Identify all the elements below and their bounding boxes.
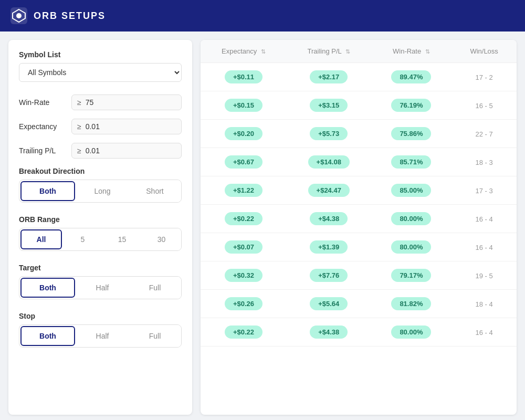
expectancy-label: Expectancy <box>19 122 71 131</box>
win-rate-badge-4: 85.00% <box>391 184 431 197</box>
cell-win-loss-3: 18 - 3 <box>452 148 517 176</box>
breakout-both-button[interactable]: Both <box>20 181 75 201</box>
stop-toggle: Both Half Full <box>19 324 182 348</box>
trailing-pl-badge-3: +$14.08 <box>308 155 350 169</box>
win-rate-badge-2: 75.86% <box>391 127 431 140</box>
symbol-list-dropdown[interactable]: All Symbols <box>19 63 182 82</box>
cell-expectancy-2: +$0.20 <box>201 120 287 148</box>
win-loss-value-4: 17 - 3 <box>476 187 493 195</box>
win-rate-badge-7: 79.17% <box>391 269 431 282</box>
cell-win-loss-9: 16 - 4 <box>452 318 517 346</box>
cell-expectancy-4: +$1.22 <box>201 176 287 205</box>
trailing-pl-input-wrapper: ≥ <box>71 143 182 159</box>
stop-both-button[interactable]: Both <box>20 326 75 346</box>
col-trailing-pl[interactable]: Trailing P/L ⇅ <box>287 40 371 63</box>
orb-all-button[interactable]: All <box>20 229 62 249</box>
target-toggle: Both Half Full <box>19 276 182 299</box>
col-expectancy[interactable]: Expectancy ⇅ <box>201 40 287 63</box>
table-row[interactable]: +$0.32 +$7.76 79.17% 19 - 5 <box>201 261 517 290</box>
table-row[interactable]: +$0.07 +$1.39 80.00% 16 - 4 <box>201 233 517 261</box>
breakout-direction-label: Breakout Direction <box>19 167 182 175</box>
stop-full-button[interactable]: Full <box>129 325 181 347</box>
col-win-loss[interactable]: Win/Loss <box>452 40 517 63</box>
cell-expectancy-7: +$0.32 <box>201 261 287 290</box>
symbol-list-section: Symbol List All Symbols <box>19 50 182 82</box>
table-header-row: Expectancy ⇅ Trailing P/L ⇅ Win-Rate ⇅ W… <box>201 40 517 63</box>
win-loss-value-1: 16 - 5 <box>476 102 493 110</box>
breakout-long-button[interactable]: Long <box>76 180 129 202</box>
table-row[interactable]: +$0.20 +$5.73 75.86% 22 - 7 <box>201 120 517 148</box>
cell-trailing-pl-2: +$5.73 <box>287 120 371 148</box>
gte-symbol-winrate: ≥ <box>77 98 81 107</box>
cell-expectancy-9: +$0.22 <box>201 318 287 346</box>
col-win-rate[interactable]: Win-Rate ⇅ <box>371 40 452 63</box>
cell-win-rate-0: 89.47% <box>371 63 452 91</box>
target-half-button[interactable]: Half <box>76 277 129 299</box>
cell-win-rate-5: 80.00% <box>371 205 452 233</box>
stop-label: Stop <box>19 312 182 320</box>
cell-win-rate-2: 75.86% <box>371 120 452 148</box>
win-rate-badge-8: 81.82% <box>391 297 431 310</box>
orb-logo <box>10 7 27 24</box>
table-row[interactable]: +$0.67 +$14.08 85.71% 18 - 3 <box>201 148 517 176</box>
cell-win-loss-0: 17 - 2 <box>452 63 517 91</box>
trailing-pl-badge-9: +$4.38 <box>310 326 348 339</box>
trailing-pl-label: Trailing P/L <box>19 146 71 155</box>
win-rate-label: Win-Rate <box>19 98 71 107</box>
expectancy-badge-6: +$0.07 <box>225 240 262 254</box>
cell-expectancy-0: +$0.11 <box>201 63 287 91</box>
breakout-short-button[interactable]: Short <box>129 180 181 202</box>
cell-win-rate-8: 81.82% <box>371 290 452 318</box>
table-row[interactable]: +$0.15 +$3.15 76.19% 16 - 5 <box>201 91 517 120</box>
win-loss-value-6: 16 - 4 <box>476 244 493 251</box>
table-row[interactable]: +$1.22 +$24.47 85.00% 17 - 3 <box>201 176 517 205</box>
cell-trailing-pl-0: +$2.17 <box>287 63 371 91</box>
table-row[interactable]: +$0.22 +$4.38 80.00% 16 - 4 <box>201 205 517 233</box>
win-rate-input[interactable] <box>86 98 176 107</box>
table-row[interactable]: +$0.11 +$2.17 89.47% 17 - 2 <box>201 63 517 91</box>
cell-expectancy-8: +$0.26 <box>201 290 287 318</box>
trailing-pl-badge-6: +$1.39 <box>310 240 348 254</box>
trailing-pl-input[interactable] <box>86 146 176 155</box>
cell-win-loss-7: 19 - 5 <box>452 261 517 290</box>
target-both-button[interactable]: Both <box>20 278 75 298</box>
trailing-pl-badge-8: +$5.64 <box>310 297 348 310</box>
sort-winrate-icon: ⇅ <box>425 48 430 55</box>
trailing-pl-badge-5: +$4.38 <box>310 212 348 225</box>
win-loss-value-5: 16 - 4 <box>476 215 493 223</box>
expectancy-badge-4: +$1.22 <box>225 184 262 197</box>
stop-section: Stop Both Half Full <box>19 312 182 348</box>
table-row[interactable]: +$0.22 +$4.38 80.00% 16 - 4 <box>201 318 517 346</box>
target-label: Target <box>19 264 182 272</box>
orb-5-button[interactable]: 5 <box>63 228 102 250</box>
cell-trailing-pl-8: +$5.64 <box>287 290 371 318</box>
cell-expectancy-1: +$0.15 <box>201 91 287 120</box>
win-loss-value-9: 16 - 4 <box>476 329 493 337</box>
trailing-pl-filter: Trailing P/L ≥ <box>19 143 182 159</box>
stop-half-button[interactable]: Half <box>76 325 129 347</box>
cell-expectancy-5: +$0.22 <box>201 205 287 233</box>
win-rate-badge-9: 80.00% <box>391 326 431 339</box>
table-row[interactable]: +$0.26 +$5.64 81.82% 18 - 4 <box>201 290 517 318</box>
cell-win-loss-8: 18 - 4 <box>452 290 517 318</box>
symbol-list-label: Symbol List <box>19 50 182 59</box>
trailing-pl-badge-4: +$24.47 <box>308 184 350 197</box>
trailing-pl-badge-2: +$5.73 <box>310 127 348 140</box>
cell-trailing-pl-4: +$24.47 <box>287 176 371 205</box>
expectancy-badge-9: +$0.22 <box>225 326 262 339</box>
orb-range-section: ORB Range All 5 15 30 <box>19 215 182 251</box>
cell-win-rate-7: 79.17% <box>371 261 452 290</box>
orb-15-button[interactable]: 15 <box>102 228 142 250</box>
win-rate-filter: Win-Rate ≥ <box>19 94 182 110</box>
orb-30-button[interactable]: 30 <box>142 228 181 250</box>
expectancy-input[interactable] <box>86 122 176 131</box>
target-full-button[interactable]: Full <box>129 277 181 299</box>
win-rate-input-wrapper: ≥ <box>71 94 182 110</box>
cell-expectancy-3: +$0.67 <box>201 148 287 176</box>
gte-symbol-expectancy: ≥ <box>77 122 81 131</box>
cell-win-loss-6: 16 - 4 <box>452 233 517 261</box>
win-rate-badge-6: 80.00% <box>391 240 431 254</box>
cell-trailing-pl-1: +$3.15 <box>287 91 371 120</box>
breakout-direction-toggle: Both Long Short <box>19 180 182 203</box>
gte-symbol-trailing: ≥ <box>77 146 81 155</box>
